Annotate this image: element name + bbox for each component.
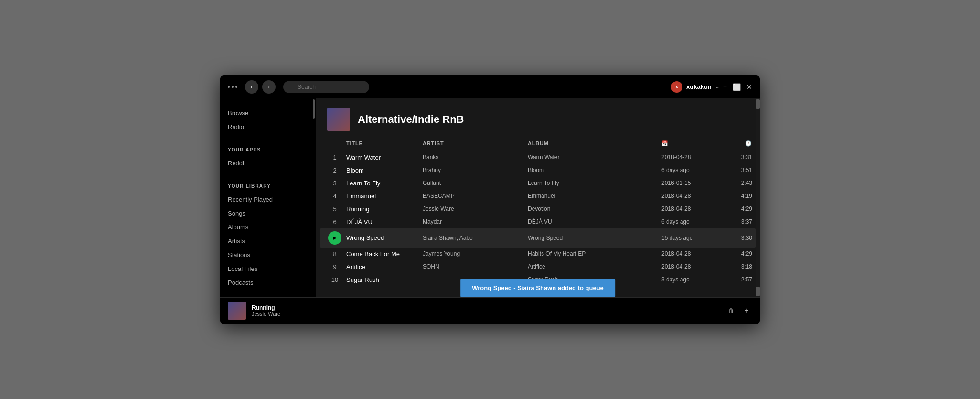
- track-title: DÉJÀ VU: [346, 218, 423, 226]
- track-duration: 3:30: [724, 235, 752, 241]
- track-number: 1: [323, 154, 346, 161]
- track-artist: Banks: [423, 154, 528, 161]
- track-duration: 3:18: [724, 263, 752, 270]
- track-date: 2018-04-28: [661, 263, 724, 270]
- sidebar-item-albums[interactable]: Albums: [220, 220, 316, 234]
- minimize-button[interactable]: −: [723, 83, 727, 91]
- track-date: 3 days ago: [661, 276, 724, 283]
- sidebar-item-local-files[interactable]: Local Files: [220, 262, 316, 276]
- track-number: 2: [323, 167, 346, 174]
- col-header-artist: ARTIST: [423, 140, 528, 146]
- your-library-header: YOUR LIBRARY: [220, 183, 316, 189]
- page-title: Alternative/Indie RnB: [358, 113, 464, 126]
- track-artist: Maydar: [423, 218, 528, 225]
- track-row[interactable]: 5 Running Jessie Ware Devotion 2018-04-2…: [320, 203, 756, 216]
- track-number: 6: [323, 218, 346, 226]
- track-row[interactable]: 6 DÉJÀ VU Maydar DÉJÀ VU 6 days ago 3:37: [320, 216, 756, 228]
- track-artist: Jessie Ware: [423, 205, 528, 212]
- track-album: Emmanuel: [528, 193, 661, 199]
- now-playing-thumbnail: [228, 302, 246, 320]
- sidebar-item-artists[interactable]: Artists: [220, 234, 316, 248]
- track-date: 6 days ago: [661, 167, 724, 173]
- track-artist: Brahny: [423, 167, 528, 173]
- sidebar-item-browse[interactable]: Browse: [220, 106, 316, 120]
- sidebar-item-radio[interactable]: Radio: [220, 120, 316, 134]
- track-row[interactable]: 2 Bloom Brahny Bloom 6 days ago 3:51: [320, 164, 756, 177]
- col-header-date: 📅: [661, 140, 724, 147]
- your-apps-header: YOUR APPS: [220, 147, 316, 152]
- playlist-thumbnail: [327, 108, 350, 131]
- track-date: 2018-04-28: [661, 193, 724, 199]
- search-input[interactable]: [283, 81, 369, 93]
- your-library-section: YOUR LIBRARY Recently Played Songs Album…: [220, 183, 316, 290]
- sidebar-item-stations[interactable]: Stations: [220, 248, 316, 262]
- titlebar: ‹ › 🔍 x xukakun ⌄ − ⬜ ✕: [220, 75, 760, 98]
- sidebar-item-recently-played[interactable]: Recently Played: [220, 193, 316, 206]
- track-number: 3: [323, 180, 346, 187]
- search-wrap: 🔍: [283, 81, 369, 93]
- now-playing-title: Running: [252, 304, 720, 311]
- table-header: TITLE ARTIST ALBUM 📅 🕐: [320, 139, 756, 149]
- track-title: Sugar Rush: [346, 276, 423, 283]
- sidebar-item-songs[interactable]: Songs: [220, 206, 316, 220]
- track-row[interactable]: 4 Emmanuel BASECAMP Emmanuel 2018-04-28 …: [320, 190, 756, 203]
- track-album: Habits Of My Heart EP: [528, 250, 661, 257]
- track-row[interactable]: 3 Learn To Fly Gallant Learn To Fly 2016…: [320, 177, 756, 190]
- tracks-container: 1 Warm Water Banks Warm Water 2018-04-28…: [320, 151, 756, 286]
- track-date: 6 days ago: [661, 218, 724, 225]
- track-number: 5: [323, 205, 346, 213]
- nav-section: Browse Radio: [220, 106, 316, 134]
- track-title: Wrong Speed: [346, 234, 423, 241]
- track-number: 10: [323, 276, 346, 283]
- track-album: Warm Water: [528, 154, 661, 161]
- track-title: Learn To Fly: [346, 180, 423, 187]
- track-row[interactable]: 9 Artifice SOHN Artifice 2018-04-28 3:18: [320, 260, 756, 273]
- track-title: Emmanuel: [346, 193, 423, 200]
- track-album: Learn To Fly: [528, 180, 661, 186]
- track-row[interactable]: ▶ Wrong Speed Siaira Shawn, Aabo Wrong S…: [320, 228, 756, 248]
- track-duration: 2:43: [724, 180, 752, 186]
- forward-button[interactable]: ›: [262, 80, 276, 94]
- content-scrollbar[interactable]: [756, 98, 760, 297]
- main-layout: Browse Radio YOUR APPS Reddit YOUR LIBRA…: [220, 98, 760, 297]
- now-playing-bar: Running Jessie Ware 🗑 +: [220, 297, 760, 324]
- track-number: 9: [323, 263, 346, 270]
- username-label: xukakun: [686, 83, 712, 90]
- track-artist: Jaymes Young: [423, 250, 528, 257]
- col-header-title: TITLE: [346, 140, 423, 146]
- track-date: 15 days ago: [661, 235, 724, 241]
- now-playing-artist: Jessie Ware: [252, 311, 720, 317]
- track-artist: SOHN: [423, 263, 528, 270]
- track-title: Bloom: [346, 167, 423, 174]
- main-window: ‹ › 🔍 x xukakun ⌄ − ⬜ ✕: [220, 75, 760, 324]
- track-artist: Gallant: [423, 180, 528, 186]
- back-button[interactable]: ‹: [245, 80, 258, 94]
- play-circle: ▶: [328, 231, 341, 245]
- chevron-down-icon[interactable]: ⌄: [715, 84, 719, 89]
- track-number: 4: [323, 193, 346, 200]
- track-date: 2018-04-28: [661, 154, 724, 161]
- track-row[interactable]: 8 Come Back For Me Jaymes Young Habits O…: [320, 248, 756, 260]
- track-duration: 3:37: [724, 218, 752, 225]
- sidebar: Browse Radio YOUR APPS Reddit YOUR LIBRA…: [220, 98, 316, 297]
- close-button[interactable]: ✕: [746, 83, 752, 91]
- menu-dots-icon[interactable]: [228, 86, 237, 88]
- content-header: Alternative/Indie RnB: [316, 98, 760, 139]
- track-list[interactable]: TITLE ARTIST ALBUM 📅 🕐 1 Warm Water Bank…: [316, 139, 760, 297]
- remove-button[interactable]: 🗑: [725, 305, 737, 316]
- track-duration: 3:51: [724, 167, 752, 173]
- add-button[interactable]: +: [741, 305, 752, 316]
- titlebar-right: x xukakun ⌄ − ⬜ ✕: [671, 81, 752, 93]
- sidebar-item-reddit[interactable]: Reddit: [220, 156, 316, 170]
- maximize-button[interactable]: ⬜: [733, 83, 741, 91]
- track-album: Wrong Speed: [528, 235, 661, 241]
- track-duration: 3:31: [724, 154, 752, 161]
- track-duration: 2:57: [724, 276, 752, 283]
- sidebar-item-podcasts[interactable]: Podcasts: [220, 276, 316, 290]
- track-duration: 4:29: [724, 205, 752, 212]
- track-row[interactable]: 1 Warm Water Banks Warm Water 2018-04-28…: [320, 151, 756, 164]
- track-album: Devotion: [528, 205, 661, 212]
- track-album: Artifice: [528, 263, 661, 270]
- col-header-duration: 🕐: [724, 140, 752, 147]
- track-album: Bloom: [528, 167, 661, 173]
